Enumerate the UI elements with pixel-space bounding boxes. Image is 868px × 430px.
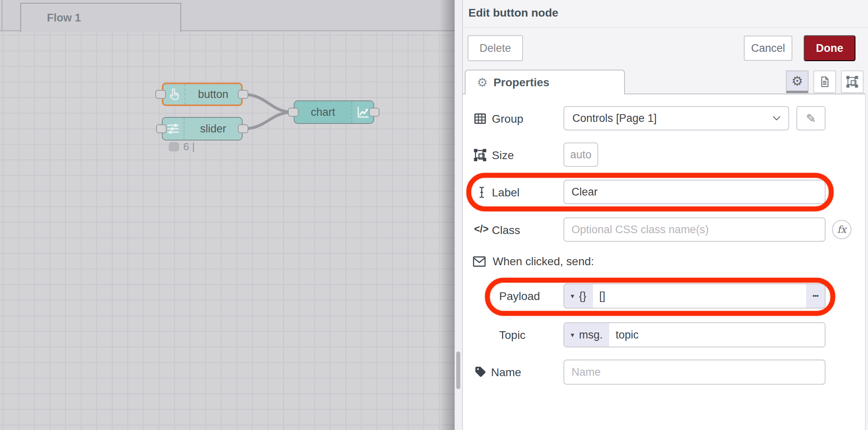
flow-tab[interactable]: Flow 1 xyxy=(20,3,181,32)
flow-canvas[interactable]: Flow 1 button slider xyxy=(0,0,455,430)
canvas-scrollbar xyxy=(455,0,462,430)
status-indicator-icon xyxy=(169,142,179,151)
node-button[interactable]: button xyxy=(162,83,243,106)
group-select[interactable]: Controls [Page 1] xyxy=(563,106,789,130)
done-button[interactable]: Done xyxy=(804,35,855,61)
node-chart-input-port[interactable] xyxy=(288,108,299,117)
expand-expression-button[interactable]: fx xyxy=(832,220,851,239)
appearance-section-button[interactable] xyxy=(841,70,864,93)
chevron-down-icon xyxy=(772,115,781,121)
table-icon xyxy=(473,112,489,126)
node-chart-label: chart xyxy=(294,101,351,123)
delete-button[interactable]: Delete xyxy=(468,35,523,61)
tray-shadow xyxy=(439,0,455,430)
pencil-icon: ✎ xyxy=(806,111,816,126)
fx-icon: fx xyxy=(837,224,846,235)
node-slider-output-port[interactable] xyxy=(238,124,248,133)
flow-tab-label: Flow 1 xyxy=(47,12,81,24)
scrollbar-thumb[interactable] xyxy=(456,351,460,389)
group-row-label: Group xyxy=(492,113,523,126)
group-select-value: Controls [Page 1] xyxy=(572,112,657,125)
json-type-icon: {} xyxy=(579,290,586,302)
tab-properties[interactable]: ⚙ Properties xyxy=(465,70,625,94)
node-button-output-port[interactable] xyxy=(238,90,248,99)
node-button-label: button xyxy=(185,84,241,104)
size-auto-button[interactable]: auto xyxy=(563,143,598,167)
label-row-label: Label xyxy=(492,186,520,199)
node-button-input-port[interactable] xyxy=(155,90,166,99)
object-group-icon xyxy=(846,75,859,88)
node-slider-label: slider xyxy=(184,118,242,140)
topic-row-label: Topic xyxy=(499,329,525,342)
tray-header: Edit button node xyxy=(463,0,868,28)
dropdown-triangle-icon: ▾ xyxy=(571,292,574,300)
document-icon xyxy=(819,76,831,88)
object-group-icon xyxy=(473,148,489,162)
wire-slider-to-chart[interactable] xyxy=(243,112,293,129)
node-slider-input-port[interactable] xyxy=(156,124,167,133)
ellipsis-icon: ••• xyxy=(813,292,819,300)
topic-value-input[interactable] xyxy=(609,323,825,347)
hand-pointer-icon xyxy=(163,84,185,104)
properties-tab-label: Properties xyxy=(493,76,550,89)
class-row-label: Class xyxy=(492,224,520,237)
label-input[interactable] xyxy=(563,180,826,204)
status-text: 6 | xyxy=(183,140,195,153)
name-input[interactable] xyxy=(563,360,826,385)
text-cursor-icon xyxy=(476,185,492,199)
tabbar-divider xyxy=(2,0,2,31)
topic-typed-input: ▾ msg. xyxy=(563,322,826,347)
name-row-label: Name xyxy=(491,366,521,379)
flow-tabbar: Flow 1 xyxy=(0,0,455,31)
tray-title: Edit button node xyxy=(468,6,558,19)
payload-value-input[interactable] xyxy=(593,284,806,308)
node-slider[interactable]: slider xyxy=(162,117,243,140)
size-row-label: Size xyxy=(492,149,514,162)
cancel-button[interactable]: Cancel xyxy=(744,36,792,61)
tag-icon xyxy=(474,365,490,378)
node-chart-output-port[interactable] xyxy=(369,108,379,117)
payload-row-label: Payload xyxy=(499,290,540,303)
envelope-icon xyxy=(472,255,486,268)
wires-layer xyxy=(0,0,455,430)
when-clicked-text: When clicked, send: xyxy=(493,255,594,268)
payload-expand-button[interactable]: ••• xyxy=(806,284,825,308)
gear-icon: ⚙ xyxy=(792,73,803,89)
class-input[interactable] xyxy=(563,217,826,242)
wire-button-to-chart[interactable] xyxy=(243,94,293,112)
node-chart[interactable]: chart xyxy=(294,100,374,124)
gear-icon: ⚙ xyxy=(477,75,488,89)
msg-prefix: msg. xyxy=(579,329,603,341)
properties-section-button[interactable]: ⚙ xyxy=(786,70,809,93)
node-slider-status: 6 | xyxy=(169,140,195,153)
dropdown-triangle-icon: ▾ xyxy=(571,331,574,339)
when-clicked-heading: When clicked, send: xyxy=(472,255,594,268)
edit-group-button[interactable]: ✎ xyxy=(796,106,826,130)
code-icon: </> xyxy=(472,223,491,235)
topic-type-button[interactable]: ▾ msg. xyxy=(564,323,609,347)
payload-type-button[interactable]: ▾ {} xyxy=(564,284,593,308)
edit-tray: Edit button node Delete Cancel Done ⚙ Pr… xyxy=(462,0,868,430)
payload-typed-input: ▾ {} ••• xyxy=(563,283,826,309)
description-section-button[interactable] xyxy=(813,70,836,93)
